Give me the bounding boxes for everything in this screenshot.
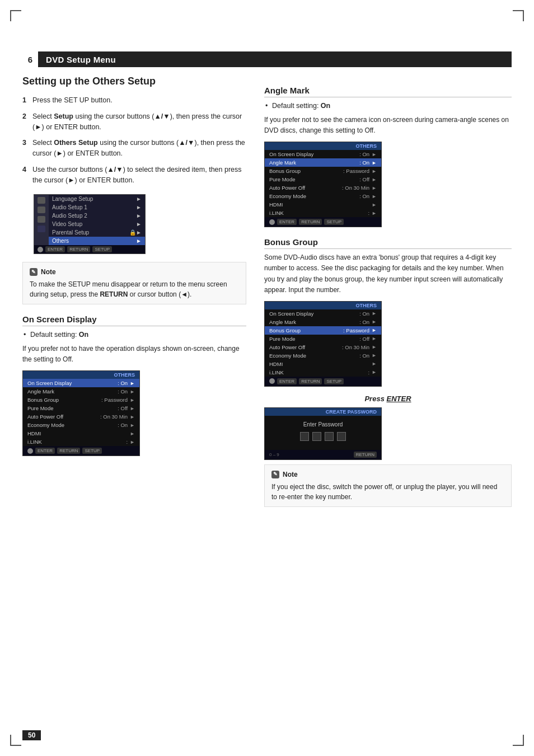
menu-item-label: Audio Setup 1 [52, 204, 136, 210]
others-row-eco-b: Economy Mode : On ► [265, 351, 381, 360]
menu-item-label: Video Setup [52, 221, 136, 227]
others-return-btn: RETURN [299, 378, 322, 384]
others-label: On Screen Display [269, 151, 359, 157]
menu-item-label: Parental Setup [52, 229, 129, 236]
menu-item-arrow: ► [136, 238, 142, 244]
menu-item-label: Audio Setup 2 [52, 213, 136, 219]
others-row-ilink-b: i.LINK : ► [265, 368, 381, 377]
others-val: : On [359, 193, 369, 199]
others-label: Auto Power Off [269, 185, 342, 191]
step-num-3: 3 [22, 138, 32, 159]
others-arrow: ► [372, 319, 377, 325]
others-arrow: ► [372, 344, 377, 350]
step-text-1: Press the SET UP button. [32, 95, 246, 106]
others-label: i.LINK [269, 210, 368, 216]
pwd-key-hint: 0 – 9 [269, 452, 279, 457]
step-num-2: 2 [22, 111, 32, 133]
menu-item-others-selected: Others► [49, 237, 145, 245]
others-label: i.LINK [269, 369, 368, 375]
menu-item-audio2: Audio Setup 2► [49, 212, 145, 220]
bonus-group-title: Bonus Group [264, 237, 512, 249]
others-label: Auto Power Off [27, 414, 100, 420]
menu-item-video: Video Setup► [49, 220, 145, 228]
others-arrow: ► [372, 369, 377, 375]
others-arrow: ► [130, 431, 135, 436]
pwd-input-area [269, 432, 377, 441]
others-val: : On [359, 311, 369, 317]
menu-icon-1 [38, 197, 45, 204]
others-val: : On [118, 422, 128, 428]
corner-br [513, 735, 524, 746]
others-label: Pure Mode [269, 176, 359, 182]
step-4: 4 Use the cursor buttons (▲/▼) to select… [22, 165, 246, 186]
corner-bl [10, 735, 21, 746]
others-val: : [368, 210, 369, 216]
others-arrow: ► [130, 406, 135, 411]
others-val: : Off [359, 176, 369, 182]
on-screen-display-title: On Screen Display [22, 314, 246, 326]
others-row-hdmi: HDMI ► [23, 429, 139, 438]
others-menu-bonus-box: OTHERS On Screen Display : On ► Angle Ma… [264, 301, 382, 387]
others-arrow: ► [372, 160, 377, 166]
others-bottom-icon [27, 448, 33, 454]
menu-item-parental: Parental Setup🔒► [49, 228, 145, 237]
enter-underline: ENTER [386, 395, 411, 403]
menu-icon-active [38, 226, 45, 232]
others-val: : Off [359, 336, 369, 342]
others-header-bonus: OTHERS [265, 302, 381, 309]
others-label: Economy Mode [27, 422, 118, 428]
left-column: Setting up the Others Setup 1 Press the … [22, 76, 246, 722]
setup-menu-screenshot: Language Setup► Audio Setup 1► Audio Set… [34, 194, 246, 254]
bonus-note-header: ✎ Note [271, 469, 504, 480]
others-arrow: ► [130, 397, 135, 403]
note-box: ✎ Note To make the SETUP menu disappear … [22, 262, 246, 304]
others-val: : On [359, 353, 369, 359]
others-val: : Password [101, 397, 128, 403]
others-label: Pure Mode [269, 336, 359, 342]
angle-mark-body: If you prefer not to see the camera icon… [264, 115, 512, 136]
page-number: 50 [22, 730, 41, 740]
others-val: : Password [343, 327, 369, 334]
others-row-osd-b: On Screen Display : On ► [265, 309, 381, 318]
others-header-angle: OTHERS [265, 142, 381, 150]
angle-mark-title: Angle Mark [264, 86, 512, 97]
menu-item-arrow: ► [136, 229, 142, 236]
bonus-note-label: Note [283, 469, 298, 480]
note-text: To make the SETUP menu disappear or retu… [30, 280, 227, 298]
others-val: : On [359, 319, 369, 325]
others-val: : [368, 369, 369, 375]
others-enter-btn: ENTER [277, 378, 297, 384]
others-return-btn: RETURN [299, 219, 322, 225]
bonus-note-text: If you eject the disc, switch the power … [271, 483, 497, 501]
others-row-angle: Angle Mark : On ► [23, 387, 139, 396]
others-label: Angle Mark [269, 319, 359, 325]
others-row-eco: Economy Mode : On ► [23, 421, 139, 429]
others-label: On Screen Display [27, 380, 118, 386]
menu-icon-3 [38, 216, 45, 223]
step-2: 2 Select Setup using the cursor buttons … [22, 111, 246, 133]
others-val: : Off [118, 405, 128, 411]
others-setup-btn: SETUP [324, 378, 344, 384]
others-label: HDMI [269, 361, 369, 367]
others-row-pure-b: Pure Mode : Off ► [265, 335, 381, 343]
step-list: 1 Press the SET UP button. 2 Select Setu… [22, 95, 246, 185]
others-arrow: ► [130, 439, 135, 445]
others-bottom-bar-b: ENTER RETURN SETUP [265, 377, 381, 386]
pwd-label: Enter Password [269, 421, 377, 428]
step-text-4: Use the cursor buttons (▲/▼) to select t… [32, 165, 246, 186]
others-row-bonus-a: Bonus Group : Password ► [265, 167, 381, 175]
others-arrow: ► [372, 168, 377, 174]
step-1: 1 Press the SET UP button. [22, 95, 246, 106]
others-val: : Password [343, 168, 369, 174]
others-val: : On 30 Min [342, 344, 369, 350]
others-arrow: ► [372, 185, 377, 191]
others-setup-btn: SETUP [324, 219, 344, 225]
others-arrow: ► [372, 361, 377, 367]
corner-tl [10, 10, 21, 21]
others-arrow: ► [372, 210, 377, 216]
others-label: Pure Mode [27, 405, 118, 411]
others-row-osd: On Screen Display : On ► [23, 379, 139, 387]
others-arrow: ► [372, 336, 377, 341]
menu-icon-2 [38, 206, 45, 213]
others-row-ilink: i.LINK : ► [23, 438, 139, 446]
